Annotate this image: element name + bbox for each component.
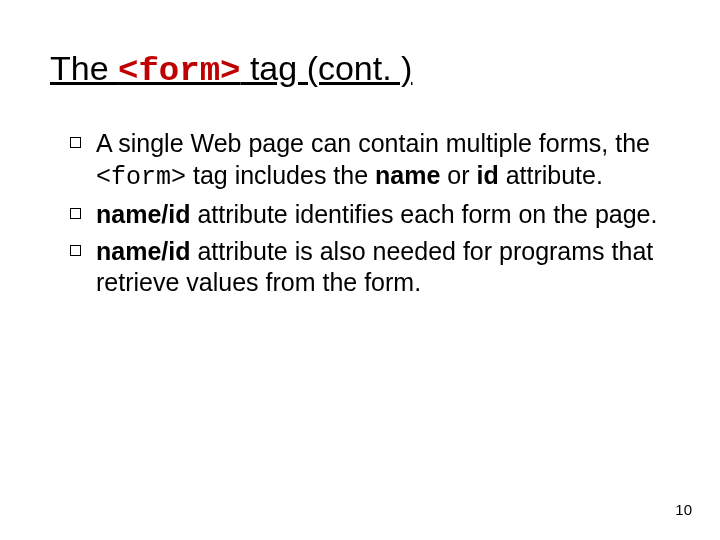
- text: attribute identifies each form on the pa…: [190, 200, 657, 228]
- slide-title: The <form> tag (cont. ): [50, 50, 680, 90]
- text: attribute.: [499, 161, 603, 189]
- bold-text: name: [375, 161, 440, 189]
- inline-code: <form>: [96, 163, 186, 192]
- list-item: name/id attribute is also needed for pro…: [70, 236, 680, 299]
- title-post: tag (cont. ): [240, 49, 412, 87]
- list-item: A single Web page can contain multiple f…: [70, 128, 680, 193]
- bold-text: id: [476, 161, 498, 189]
- bullet-list: A single Web page can contain multiple f…: [50, 128, 680, 298]
- bold-text: name/id: [96, 237, 190, 265]
- list-item: name/id attribute identifies each form o…: [70, 199, 680, 230]
- text: A single Web page can contain multiple f…: [96, 129, 650, 157]
- page-number: 10: [675, 501, 692, 518]
- title-code: <form>: [118, 52, 240, 90]
- text: tag includes the: [186, 161, 375, 189]
- title-pre: The: [50, 49, 118, 87]
- bold-text: name/id: [96, 200, 190, 228]
- text: or: [440, 161, 476, 189]
